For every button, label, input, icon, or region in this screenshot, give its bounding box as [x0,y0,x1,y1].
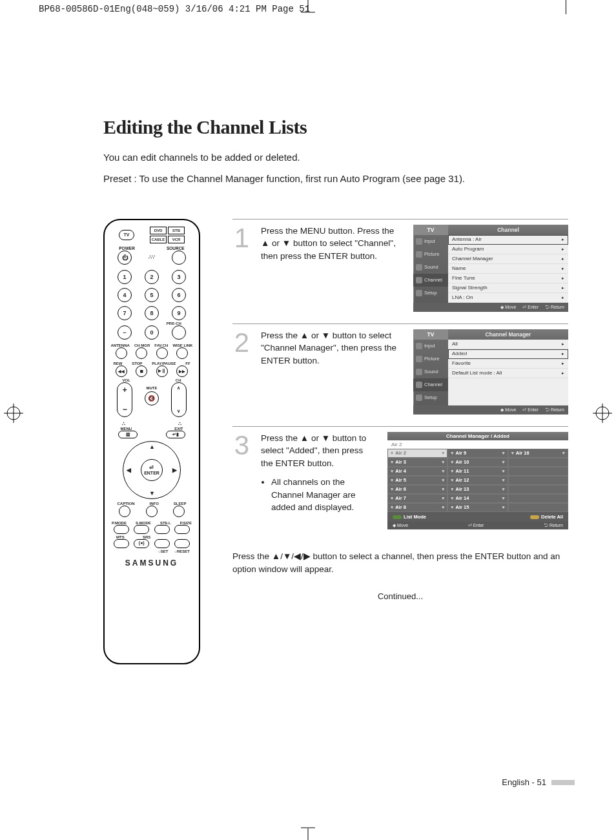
step-number: 1 [232,225,249,312]
lbl-reset: RESET [177,549,190,553]
lbl-set: SET [161,549,169,553]
channel-cell: ♥Air 13♥ [447,485,508,494]
remote-mode-stb: STB [168,227,185,234]
step-3: 3 Press the ▲ or ▼ button to select "Add… [232,426,568,541]
osd-channel-menu: TVChannel Input Picture Sound Channel Se… [413,225,568,312]
lbl-source: SOURCE [167,246,185,251]
lbl-stop: STOP [132,362,142,365]
step-number: 3 [232,432,249,529]
lbl-sleep: SLEEP [174,502,187,506]
step-2-text: Press the ▲ or ▼ button to select "Chann… [261,329,402,415]
osd-side-channel: Channel [413,378,448,391]
osd-channel-manager-menu: TVChannel Manager Input Picture Sound Ch… [413,329,568,415]
lbl-menu: MENU [120,427,132,431]
osd-foot-move: ◆ Move [500,305,516,310]
channel-cell: ♥Air 3♥ [387,458,447,467]
antenna-button [116,347,127,359]
menu-row: Fine Tune▸ [448,274,568,283]
channel-rocker: ∧∨ [171,382,187,417]
channel-cell: ♥Air 4♥ [387,467,447,476]
osd-side-setup: Setup [413,287,448,300]
osd3-title: Channel Manager / Added [387,432,568,440]
channel-cell [508,494,568,503]
continued-label: Continued... [232,591,568,601]
srs-button: (●) [134,539,149,548]
extra-button-1 [154,539,170,548]
footer-bar [551,780,575,785]
lbl-pmode: P.MODE [112,521,127,525]
favch-button [156,347,168,359]
sleep-button [173,506,185,517]
stop-button: ■ [136,365,147,377]
num-0: 0 [145,325,159,340]
osd-side-picture: Picture [413,353,448,365]
num-1: 1 [118,270,132,284]
num-9: 9 [172,306,186,320]
osd3-foot-return: ⮌ Return [544,523,563,528]
num-2: 2 [145,270,159,284]
caption-button [119,506,130,517]
lbl-ff: FF [185,362,190,365]
source-button [172,251,186,265]
lbl-caption: CAPTION [117,502,134,506]
osd-foot-enter: ⏎ Enter [522,407,539,413]
crop-mark-bottom [301,822,315,840]
osd-side-setup: Setup [413,391,448,404]
menu-row: Auto Program▸ [448,245,568,254]
menu-row: Default List mode : All▸ [448,369,568,378]
pmode-button [114,525,129,534]
channel-cell [508,503,568,512]
channel-cell: ♥Air 10♥ [447,458,508,467]
wiselink-button [176,347,188,359]
crop-header: BP68-00586D-01Eng(048~059) 3/16/06 4:21 … [39,4,310,14]
lbl-chmgr: CH MGR [134,343,150,347]
osd-foot-return: ⮌ Return [545,407,564,412]
channel-cell [508,458,568,467]
remote-mode-dvd: DVD [150,227,167,234]
rew-button: ◂◂ [116,365,127,377]
channel-cell: ♥Air 12♥ [447,476,508,485]
lbl-rew: REW [113,362,122,365]
crop-mark-top [301,0,315,18]
page-footer: English - 51 [502,777,575,787]
menu-row: LNA : On▸ [448,293,568,303]
info-button [146,506,158,517]
osd3-deleteall: Delete All [541,514,563,520]
lbl-power: POWER [119,246,135,251]
osd-foot-return: ⮌ Return [545,305,564,309]
osd3-listmode: List Mode [404,514,426,520]
dash-button: − [118,325,132,340]
menu-row: Antenna : Air▸ [448,235,568,245]
num-3: 3 [172,270,186,284]
osd3-current-channel: Air 2 [387,440,568,449]
lbl-wiselink: WISE LINK [172,343,192,347]
prech-button [172,325,186,340]
channel-cell: ♥Air 2♥ [387,449,447,458]
step-1-text: Press the MENU button. Press the ▲ or ▼ … [261,225,402,312]
remote-tv-button: TV [119,230,134,240]
chmgr-button [136,347,147,359]
lbl-smode: S.MODE [136,521,151,525]
channel-cell: ♥Air 15♥ [447,503,508,512]
lbl-mute: MUTE [146,386,157,390]
still-button [154,525,170,534]
lbl-favch: FAV.CH [154,343,168,347]
num-4: 4 [118,288,132,302]
osd-side-channel: Channel [413,274,448,287]
registration-mark-right [593,404,612,423]
channel-cell: ♥Air 16♥ [508,449,568,458]
lbl-psize: P.SIZE [180,521,192,525]
remote-control-diagram: TV DVD STB CABLE VCR POWERSOURCE ⏻ ∴∵ [103,219,200,664]
post-step-text: Press the ▲/▼/◀/▶ button to select a cha… [232,550,568,577]
osd-title: Channel Manager [448,329,568,340]
osd-side-sound: Sound [413,365,448,378]
num-8: 8 [145,306,159,320]
step-3-text: Press the ▲ or ▼ button to select "Added… [261,433,366,468]
menu-row: Signal Strength▸ [448,283,568,293]
osd-foot-move: ◆ Move [500,407,516,413]
brand-logo: SAMSUNG [105,558,199,568]
lbl-antenna: ANTENNA [111,343,130,347]
channel-cell: ♥Air 5♥ [387,476,447,485]
lbl-info: INFO [149,502,158,506]
osd-title: Channel [448,225,568,235]
